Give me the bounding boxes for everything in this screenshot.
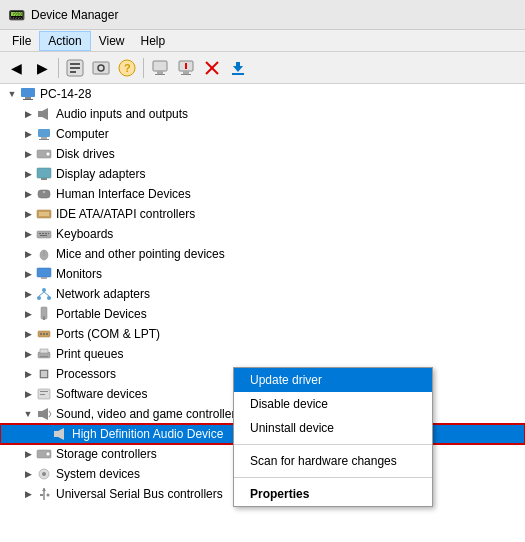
svg-rect-41 (40, 235, 47, 236)
toolbar-sep2 (143, 58, 144, 78)
keyboard-toggle[interactable]: ▶ (20, 226, 36, 242)
disk-icon (36, 146, 52, 162)
monitors-label: Monitors (56, 267, 102, 281)
tree-item-portable[interactable]: ▶ Portable Devices (0, 304, 525, 324)
svg-point-33 (43, 191, 45, 193)
print-icon (36, 346, 52, 362)
keyboard-label: Keyboards (56, 227, 113, 241)
svg-rect-26 (41, 137, 47, 139)
display-toggle[interactable]: ▶ (20, 166, 36, 182)
svg-rect-35 (39, 212, 49, 216)
tree-item-network[interactable]: ▶ Network adapters (0, 284, 525, 304)
storage-toggle[interactable]: ▶ (20, 446, 36, 462)
network-icon (36, 286, 52, 302)
toolbar-download[interactable] (226, 56, 250, 80)
usb-toggle[interactable]: ▶ (20, 486, 36, 502)
audio-label: Audio inputs and outputs (56, 107, 188, 121)
menu-view[interactable]: View (91, 32, 133, 50)
disk-toggle[interactable]: ▶ (20, 146, 36, 162)
mouse-toggle[interactable]: ▶ (20, 246, 36, 262)
toolbar: ◀ ▶ ? (0, 52, 525, 84)
svg-rect-23 (38, 111, 42, 117)
tree-item-display[interactable]: ▶ Display adapters (0, 164, 525, 184)
toolbar-monitor[interactable] (148, 56, 172, 80)
storage-label: Storage controllers (56, 447, 157, 461)
hid-toggle[interactable]: ▶ (20, 186, 36, 202)
tree-item-mouse[interactable]: ▶ Mice and other pointing devices (0, 244, 525, 264)
software-toggle[interactable]: ▶ (20, 386, 36, 402)
svg-marker-71 (58, 428, 64, 440)
menu-bar: File Action View Help (0, 30, 525, 52)
svg-point-48 (47, 296, 51, 300)
ports-toggle[interactable]: ▶ (20, 326, 36, 342)
title-bar: 📟 Device Manager (0, 0, 525, 30)
toolbar-forward[interactable]: ▶ (30, 56, 54, 80)
ctx-scan-hardware[interactable]: Scan for hardware changes (234, 449, 432, 473)
hd-audio-label: High Definition Audio Device (72, 427, 223, 441)
svg-line-68 (49, 411, 51, 414)
monitors-icon (36, 266, 52, 282)
system-toggle[interactable]: ▶ (20, 466, 36, 482)
svg-rect-78 (40, 494, 43, 496)
ide-icon (36, 206, 52, 222)
tree-item-ports[interactable]: ▶ Ports (COM & LPT) (0, 324, 525, 344)
ports-icon (36, 326, 52, 342)
menu-file[interactable]: File (4, 32, 39, 50)
system-label: System devices (56, 467, 140, 481)
svg-rect-2 (70, 67, 80, 69)
network-toggle[interactable]: ▶ (20, 286, 36, 302)
portable-toggle[interactable]: ▶ (20, 306, 36, 322)
menu-help[interactable]: Help (133, 32, 174, 50)
svg-rect-40 (48, 233, 49, 234)
title-bar-icon: 📟 (8, 7, 25, 23)
hd-audio-toggle (36, 426, 52, 442)
tree-area[interactable]: ▼ PC-14-28 ▶ Audio inputs and outputs ▶ … (0, 84, 525, 542)
computer2-icon (36, 126, 52, 142)
ctx-properties[interactable]: Properties (234, 482, 432, 506)
tree-item-audio[interactable]: ▶ Audio inputs and outputs (0, 104, 525, 124)
tree-item-disk[interactable]: ▶ Disk drives (0, 144, 525, 164)
tree-item-ide[interactable]: ▶ IDE ATA/ATAPI controllers (0, 204, 525, 224)
computer-label: Computer (56, 127, 109, 141)
processor-toggle[interactable]: ▶ (20, 366, 36, 382)
tree-item-hid[interactable]: ▶ Human Interface Devices (0, 184, 525, 204)
tree-item-keyboard[interactable]: ▶ Keyboards (0, 224, 525, 244)
ide-toggle[interactable]: ▶ (20, 206, 36, 222)
svg-point-29 (46, 152, 50, 156)
svg-rect-13 (181, 74, 191, 75)
computer-toggle[interactable]: ▶ (20, 126, 36, 142)
toolbar-properties[interactable] (63, 56, 87, 80)
svg-rect-70 (54, 431, 58, 437)
mouse-icon (36, 246, 52, 262)
monitors-toggle[interactable]: ▶ (20, 266, 36, 282)
toolbar-monitor2[interactable] (174, 56, 198, 80)
software-label: Software devices (56, 387, 147, 401)
ide-label: IDE ATA/ATAPI controllers (56, 207, 195, 221)
toolbar-help[interactable]: ? (115, 56, 139, 80)
tree-item-computer[interactable]: ▶ Computer (0, 124, 525, 144)
tree-item-print[interactable]: ▶ Print queues (0, 344, 525, 364)
toolbar-scan[interactable] (89, 56, 113, 80)
sound-toggle[interactable]: ▼ (20, 406, 36, 422)
svg-marker-24 (42, 108, 48, 120)
ctx-disable-device[interactable]: Disable device (234, 392, 432, 416)
tree-root[interactable]: ▼ PC-14-28 (0, 84, 525, 104)
context-menu: Update driver Disable device Uninstall d… (233, 367, 433, 507)
svg-point-55 (40, 333, 42, 335)
audio-toggle[interactable]: ▶ (20, 106, 36, 122)
toolbar-remove[interactable] (200, 56, 224, 80)
svg-rect-30 (37, 168, 51, 178)
ctx-uninstall-device[interactable]: Uninstall device (234, 416, 432, 440)
svg-marker-77 (42, 488, 46, 491)
ctx-update-driver[interactable]: Update driver (234, 368, 432, 392)
root-toggle[interactable]: ▼ (4, 86, 20, 102)
svg-rect-27 (39, 139, 49, 140)
tree-item-monitors[interactable]: ▶ Monitors (0, 264, 525, 284)
menu-action[interactable]: Action (39, 31, 90, 51)
usb-label: Universal Serial Bus controllers (56, 487, 223, 501)
toolbar-back[interactable]: ◀ (4, 56, 28, 80)
svg-rect-59 (40, 349, 48, 353)
system-icon (36, 466, 52, 482)
processor-label: Processors (56, 367, 116, 381)
print-toggle[interactable]: ▶ (20, 346, 36, 362)
